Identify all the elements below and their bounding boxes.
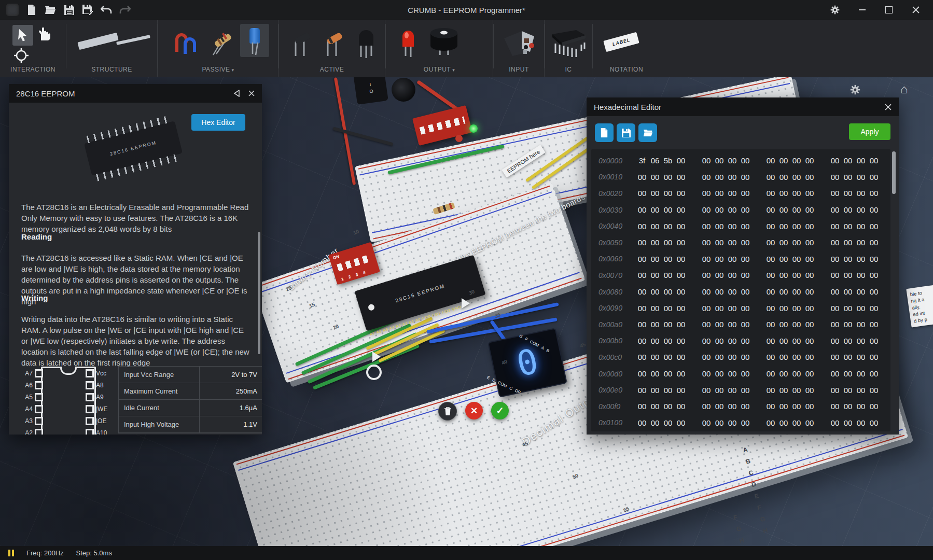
hex-byte-cell[interactable]: 3f [637, 156, 647, 165]
hex-byte-cell[interactable]: 00 [740, 337, 750, 345]
hex-byte-cell[interactable]: 00 [843, 271, 853, 279]
hex-byte-cell[interactable]: 00 [778, 205, 789, 214]
settings-gear-icon[interactable] [829, 4, 841, 16]
hex-byte-cell[interactable]: 00 [740, 418, 750, 427]
hex-byte-cell[interactable]: 00 [843, 205, 853, 214]
hex-byte-cell[interactable]: 00 [650, 205, 660, 214]
hex-byte-cell[interactable]: 00 [869, 173, 879, 181]
hex-byte-cell[interactable]: 00 [843, 222, 853, 231]
hex-byte-cell[interactable]: 00 [778, 287, 789, 296]
hex-byte-cell[interactable]: 00 [663, 386, 673, 395]
hex-byte-cell[interactable]: 00 [663, 189, 673, 198]
hex-byte-cell[interactable]: 00 [830, 418, 840, 427]
hex-byte-cell[interactable]: 00 [727, 287, 737, 296]
hex-byte-cell[interactable]: 00 [676, 353, 686, 361]
hex-byte-cell[interactable]: 00 [843, 320, 853, 329]
hex-byte-cell[interactable]: 00 [765, 369, 776, 378]
hex-byte-cell[interactable]: 00 [740, 173, 750, 181]
hex-byte-cell[interactable]: 00 [804, 337, 815, 345]
hex-byte-cell[interactable]: 00 [676, 238, 686, 247]
hex-byte-cell[interactable]: 00 [778, 402, 789, 411]
hex-byte-cell[interactable]: 00 [740, 189, 750, 198]
breadboard-tool-icon[interactable] [77, 33, 118, 50]
hex-byte-cell[interactable]: 00 [791, 386, 802, 395]
hex-byte-cell[interactable]: 00 [676, 369, 686, 378]
hex-byte-cell[interactable]: 00 [637, 222, 647, 231]
hex-byte-cell[interactable]: 00 [856, 287, 866, 296]
hex-byte-cell[interactable]: 00 [740, 320, 750, 329]
hex-byte-cell[interactable]: 00 [778, 386, 789, 395]
new-file-icon[interactable] [26, 4, 37, 16]
hex-byte-cell[interactable]: 00 [701, 173, 712, 181]
hex-byte-cell[interactable]: 00 [663, 255, 673, 263]
crosshair-tool-button[interactable] [13, 48, 29, 63]
hex-byte-cell[interactable]: 00 [856, 353, 866, 361]
hex-byte-cell[interactable]: 00 [663, 369, 673, 378]
hex-byte-cell[interactable]: 00 [791, 287, 802, 296]
hex-byte-cell[interactable]: 00 [830, 320, 840, 329]
hex-byte-cell[interactable]: 00 [650, 353, 660, 361]
hex-byte-cell[interactable]: 00 [701, 402, 712, 411]
hex-byte-cell[interactable]: 00 [869, 271, 879, 279]
hex-byte-cell[interactable]: 00 [843, 255, 853, 263]
hex-byte-cell[interactable]: 00 [727, 205, 737, 214]
hex-byte-cell[interactable]: 00 [791, 304, 802, 313]
hex-byte-cell[interactable]: 00 [714, 255, 725, 263]
hex-byte-cell[interactable]: 00 [765, 353, 776, 361]
save-as-icon[interactable] [82, 4, 93, 16]
hex-byte-cell[interactable]: 00 [637, 255, 647, 263]
hex-byte-cell[interactable]: 00 [701, 238, 712, 247]
hex-byte-cell[interactable]: 00 [856, 238, 866, 247]
hex-byte-cell[interactable]: 00 [740, 304, 750, 313]
hex-byte-cell[interactable]: 00 [778, 156, 789, 165]
hex-byte-cell[interactable]: 00 [676, 271, 686, 279]
hex-byte-cell[interactable]: 00 [727, 173, 737, 181]
hex-byte-cell[interactable]: 00 [714, 353, 725, 361]
hex-byte-cell[interactable]: 00 [804, 255, 815, 263]
hex-byte-cell[interactable]: 00 [804, 369, 815, 378]
hex-byte-cell[interactable]: 00 [778, 173, 789, 181]
hex-byte-cell[interactable]: 00 [830, 189, 840, 198]
hex-byte-cell[interactable]: 00 [740, 255, 750, 263]
hex-byte-cell[interactable]: 00 [650, 369, 660, 378]
hex-byte-cell[interactable]: 00 [663, 418, 673, 427]
hex-byte-cell[interactable]: 00 [830, 156, 840, 165]
hex-byte-cell[interactable]: 00 [701, 369, 712, 378]
hex-byte-cell[interactable]: 00 [791, 337, 802, 345]
hex-byte-cell[interactable]: 00 [869, 337, 879, 345]
hex-byte-cell[interactable]: 00 [676, 386, 686, 395]
pause-icon[interactable] [8, 550, 14, 556]
hex-editor-button[interactable]: Hex Editor [191, 114, 245, 131]
hex-save-button[interactable] [617, 123, 635, 142]
hex-byte-cell[interactable]: 00 [714, 189, 725, 198]
hex-byte-cell[interactable]: 00 [830, 205, 840, 214]
hex-byte-cell[interactable]: 00 [650, 337, 660, 345]
hex-byte-cell[interactable]: 00 [869, 320, 879, 329]
hex-byte-cell[interactable]: 00 [727, 418, 737, 427]
hex-byte-cell[interactable]: 00 [663, 320, 673, 329]
hex-open-button[interactable] [638, 123, 657, 142]
hex-byte-cell[interactable]: 00 [650, 189, 660, 198]
hex-byte-cell[interactable]: 00 [830, 337, 840, 345]
hex-byte-cell[interactable]: 00 [637, 418, 647, 427]
hex-byte-cell[interactable]: 00 [676, 337, 686, 345]
hex-byte-cell[interactable]: 00 [804, 386, 815, 395]
dip-switch-8[interactable] [412, 105, 472, 146]
hex-byte-cell[interactable]: 00 [869, 386, 879, 395]
hex-byte-cell[interactable]: 00 [791, 271, 802, 279]
hex-byte-cell[interactable]: 00 [663, 205, 673, 214]
power-switch[interactable]: I O [353, 77, 388, 105]
apply-button[interactable]: Apply [849, 123, 890, 140]
hex-byte-cell[interactable]: 00 [830, 402, 840, 411]
back-chevron-icon[interactable] [233, 90, 240, 97]
hex-byte-cell[interactable]: 00 [637, 402, 647, 411]
hex-byte-cell[interactable]: 00 [727, 271, 737, 279]
hex-byte-cell[interactable]: 00 [637, 287, 647, 296]
hex-byte-cell[interactable]: 00 [765, 386, 776, 395]
switch-module-tool-icon[interactable] [501, 30, 537, 57]
hex-byte-cell[interactable]: 00 [869, 205, 879, 214]
green-led[interactable] [469, 124, 478, 133]
hex-byte-cell[interactable]: 00 [804, 287, 815, 296]
hex-byte-cell[interactable]: 00 [778, 353, 789, 361]
hex-byte-cell[interactable]: 00 [843, 156, 853, 165]
